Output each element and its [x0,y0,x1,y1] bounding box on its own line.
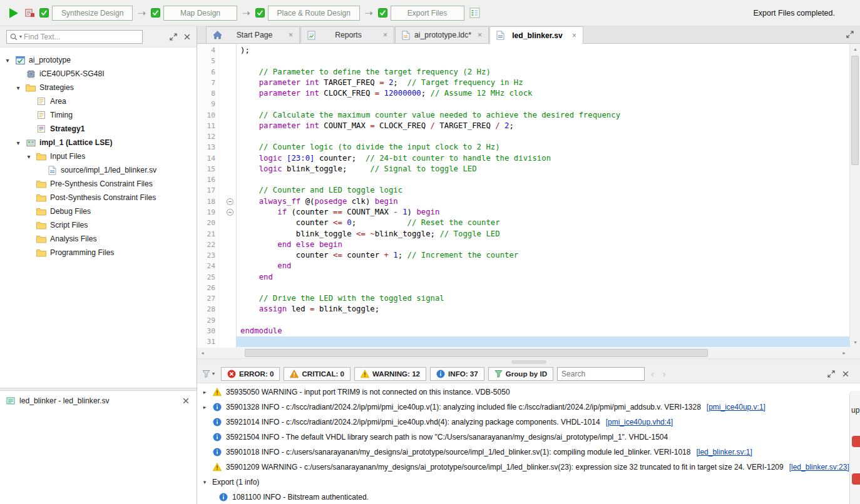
code-line-7[interactable]: 7 parameter int TARGET_FREQ = 2; // Targ… [197,78,849,88]
flow-button-place-route-design[interactable]: Place & Route Design [268,6,360,21]
tree-expand-arrow[interactable]: ▾ [25,153,33,160]
code-line-6[interactable]: 6 // Parameter to define the target freq… [197,67,849,78]
tab-close-icon[interactable]: × [476,31,484,39]
message-group-row[interactable]: ▾Export (1 info) [197,475,860,490]
message-row[interactable]: 35921504 INFO - The default VHDL library… [197,430,860,445]
scroll-down-button[interactable]: ▾ [850,337,860,348]
message-row[interactable]: 35901209 WARNING - c:/users/sanarayanan/… [197,460,860,475]
code-line-18[interactable]: 18− always_ff @(posedge clk) begin [197,196,849,207]
tree-item-source-impl-1-led-blinker-sv[interactable]: source/impl_1/led_blinker.sv [0,163,197,177]
code-line-13[interactable]: 13 // Counter logic (to divide the input… [197,142,849,153]
code-line-29[interactable]: 29 [197,315,849,326]
message-row[interactable]: ▸35935050 WARNING - input port TRIM9 is … [197,385,860,400]
code-line-24[interactable]: 24 end [197,261,849,271]
message-expand-arrow[interactable]: ▾ [201,479,208,485]
code-line-31[interactable]: 31 [197,336,849,347]
console-search-input[interactable] [557,367,645,381]
message-row[interactable]: 1081100 INFO - Bitstream authenticated. [197,490,860,504]
tab-ai-prototype-ldc[interactable]: ai_prototype.ldc*× [395,26,489,43]
scroll-up-button[interactable]: ▴ [850,44,860,54]
tree-item-area[interactable]: Area [0,94,197,108]
tree-item-timing[interactable]: Timing [0,108,197,122]
code-line-14[interactable]: 14 logic [23:0] counter; // 24-bit count… [197,153,849,164]
flow-button-synthesize-design[interactable]: Synthesize Design [52,6,133,21]
splitter-grip[interactable] [511,360,546,364]
scroll-right-button[interactable]: ▸ [839,348,849,358]
tree-item-input-files[interactable]: ▾Input Files [0,149,197,163]
tree-expand-arrow[interactable]: ▾ [14,139,22,146]
message-row[interactable]: 35921014 INFO - c:/lscc/radiant/2024.2/i… [197,415,860,430]
code-line-17[interactable]: 17 // Counter and LED toggle logic [197,185,849,196]
message-expand-arrow[interactable]: ▸ [201,404,208,410]
console-detach-icon[interactable] [827,370,835,378]
code-line-8[interactable]: 8 parameter int CLOCK_FREQ = 12000000; /… [197,88,849,99]
message-filter-button[interactable]: ▾ [202,370,215,378]
message-source-link[interactable]: [led_blinker.sv:23] [789,463,849,471]
tab-close-icon[interactable]: × [287,31,295,39]
fold-collapse-icon[interactable]: − [227,209,233,216]
flow-button-export-files[interactable]: Export Files [391,6,464,21]
filter-button-critical-0[interactable]: CRITICAL: 0 [284,367,351,381]
message-row[interactable]: ▸35901328 INFO - c:/lscc/radiant/2024.2/… [197,400,860,415]
filter-button-info-37[interactable]: INFO: 37 [430,367,484,381]
code-line-30[interactable]: 30endmodule [197,326,849,336]
code-line-10[interactable]: 10 // Calculate the maximum counter valu… [197,110,849,121]
next-message-button[interactable]: › [660,369,668,379]
tree-item-strategy1[interactable]: Strategy1 [0,122,197,136]
tab-close-icon[interactable]: × [381,31,389,39]
tree-item-post-synthesis-constraint-files[interactable]: Post-Synthesis Constraint Files [0,191,197,204]
message-source-link[interactable]: [pmi_ice40up.v:1] [707,403,765,411]
fold-collapse-icon[interactable]: − [227,198,233,205]
find-text-input[interactable] [24,33,139,41]
code-line-25[interactable]: 25 end [197,272,849,283]
code-line-5[interactable]: 5 [197,56,849,66]
filter-button-error-0[interactable]: ERROR: 0 [221,367,280,381]
filter-button-warning-12[interactable]: WARNING: 12 [354,367,426,381]
tree-item-ai-prototype[interactable]: ▾ai_prototype [0,53,197,67]
message-expand-arrow[interactable]: ▸ [201,389,208,395]
tree-item-programming-files[interactable]: Programming Files [0,246,197,260]
tab-reports[interactable]: Reports× [300,26,394,43]
tree-item-pre-synthesis-constraint-files[interactable]: Pre-Synthesis Constraint Files [0,177,197,191]
code-line-12[interactable]: 12 [197,131,849,142]
code-line-23[interactable]: 23 counter <= counter + 1; // Increment … [197,250,849,261]
message-source-link[interactable]: [pmi_ice40up.vhd:4] [606,418,673,426]
code-line-20[interactable]: 20 counter <= 0; // Reset the counter [197,218,849,228]
code-editor[interactable]: 4);56 // Parameter to define the target … [197,44,860,348]
code-line-16[interactable]: 16 [197,174,849,185]
code-line-15[interactable]: 15 logic blink_toggle; // Signal to togg… [197,164,849,174]
code-line-4[interactable]: 4); [197,45,849,56]
tab-start-page[interactable]: Start Page× [206,26,300,43]
editor-hscrollbar[interactable]: ◂ ▸ [197,348,860,358]
tree-expand-arrow[interactable]: ▾ [14,84,22,91]
code-line-11[interactable]: 11 parameter int COUNT_MAX = CLOCK_FREQ … [197,121,849,131]
sidebar-close-icon[interactable] [184,34,190,40]
code-line-26[interactable]: 26 [197,283,849,293]
flow-button-map-design[interactable]: Map Design [163,6,237,21]
run-all-button[interactable] [8,7,20,19]
editor-vscrollbar[interactable]: ▴ ▾ [849,44,860,348]
find-text-box[interactable]: ▾ [6,30,143,44]
search-options-caret-icon[interactable]: ▾ [19,34,22,39]
run-manager-icon[interactable] [469,8,480,18]
hierarchy-close-icon[interactable] [183,398,189,404]
message-row[interactable]: 35901018 INFO - c:/users/sanarayanan/my_… [197,445,860,460]
hscroll-thumb[interactable] [245,349,708,357]
vscroll-thumb[interactable] [851,56,859,165]
scroll-left-button[interactable]: ◂ [197,348,208,358]
console-close-icon[interactable] [842,371,849,377]
tab-close-icon[interactable]: × [570,32,578,39]
tree-item-debug-files[interactable]: Debug Files [0,204,197,218]
stop-process-button[interactable] [25,8,34,18]
tree-expand-arrow[interactable]: ▾ [4,57,11,64]
sidebar-detach-icon[interactable] [170,33,177,41]
editor-detach-icon[interactable] [846,31,854,38]
filter-button-group-by-id[interactable]: Group by ID [488,367,553,381]
tree-item-analysis-files[interactable]: Analysis Files [0,232,197,246]
tree-item-ice40up5k-sg48i[interactable]: iCE40UP5K-SG48I [0,67,197,81]
code-line-28[interactable]: 28 assign led = blink_toggle; [197,304,849,315]
console-splitter[interactable] [197,358,860,365]
message-source-link[interactable]: [led_blinker.sv:1] [696,448,752,456]
tree-item-impl-1-lattice-lse[interactable]: ▾impl_1 (Lattice LSE) [0,136,197,149]
tree-item-strategies[interactable]: ▾Strategies [0,81,197,94]
